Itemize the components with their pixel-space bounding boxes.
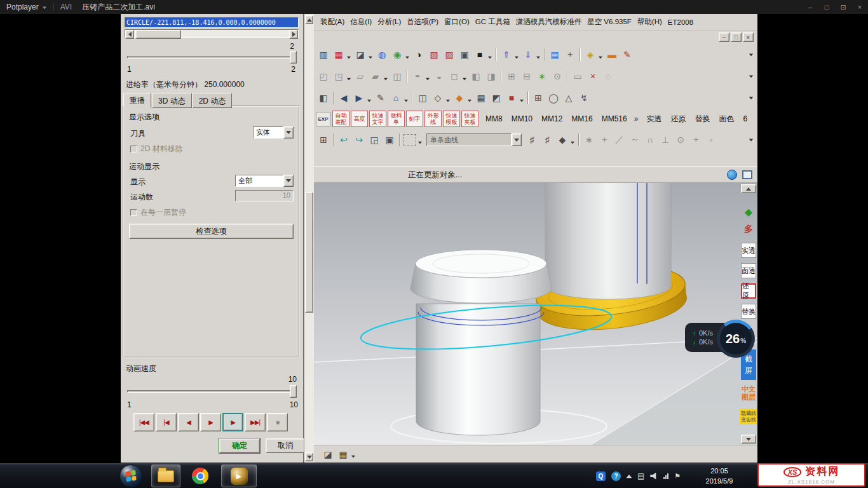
step-back-button[interactable]: |◀: [156, 413, 177, 431]
toolbar-icon[interactable]: ▬: [604, 48, 620, 62]
toolbar-icon[interactable]: ⊟: [519, 69, 534, 83]
chevron-down-icon[interactable]: [351, 456, 355, 458]
toolbar-icon[interactable]: ⌂: [388, 91, 403, 105]
scroll-thumb[interactable]: [135, 30, 181, 39]
toolbar-icon[interactable]: ↯: [576, 91, 592, 105]
tab-3d-dynamic[interactable]: 3D 动态: [152, 93, 192, 108]
stop-button[interactable]: ■: [267, 413, 288, 431]
scroll-up-button[interactable]: [741, 184, 756, 193]
selection-box-icon[interactable]: [403, 134, 416, 146]
scroll-thumb[interactable]: [305, 192, 313, 313]
toolbar-icon[interactable]: ▨: [442, 48, 457, 62]
menu-help[interactable]: 帮助(H): [637, 17, 662, 27]
snap-point-icon[interactable]: ⊥: [658, 133, 673, 147]
chevron-down-icon[interactable]: [283, 126, 294, 139]
toolbar-icon[interactable]: ▧: [426, 48, 442, 62]
face-color-button[interactable]: 面色: [714, 114, 738, 125]
forward-icon[interactable]: ▶: [351, 91, 367, 105]
position-slider-track[interactable]: [127, 56, 295, 58]
close-button[interactable]: ×: [743, 32, 754, 42]
mm8-button[interactable]: MM8: [482, 114, 506, 123]
toolbar-icon[interactable]: ◆: [452, 91, 467, 105]
toolbar-icon[interactable]: ▤: [547, 48, 562, 62]
toolbar-icon[interactable]: ◍: [374, 48, 390, 62]
menu-gc-toolbox[interactable]: GC 工具箱: [475, 17, 510, 27]
toolbar-icon[interactable]: ◇: [430, 91, 445, 105]
toolbar-icon[interactable]: ◨: [484, 69, 499, 83]
hidden-lines-button[interactable]: 隐藏线变齿线: [740, 409, 757, 424]
replace-button[interactable]: 替换: [741, 304, 756, 319]
snap-point-icon[interactable]: ＋: [688, 133, 703, 147]
dialog-vscrollbar[interactable]: [304, 14, 314, 463]
potplayer-menu[interactable]: Potplayer: [6, 3, 39, 11]
chevron-down-icon[interactable]: [512, 133, 522, 146]
view-cube-icon[interactable]: ◪: [320, 447, 336, 461]
action-center-flag-icon[interactable]: ⚑: [674, 472, 681, 480]
face-translucent-button[interactable]: 面透: [741, 263, 756, 278]
toolbar-icon[interactable]: ◰: [316, 69, 331, 83]
toolbar-icon[interactable]: ◆: [555, 133, 570, 147]
toolbar-icon[interactable]: ◲: [367, 133, 382, 147]
mm10-button[interactable]: MM10: [508, 114, 536, 123]
toolbar-icon[interactable]: ◉: [390, 48, 405, 62]
toolbar-icon[interactable]: ▦: [473, 91, 489, 105]
shaded-translucent-button[interactable]: 实透: [642, 114, 666, 125]
mm16-button[interactable]: MM16: [568, 114, 595, 123]
taskbar-explorer-button[interactable]: [151, 464, 180, 487]
shaded-translucent-button[interactable]: 实透: [741, 243, 756, 258]
exp-button[interactable]: EXP: [316, 112, 330, 126]
toolbar-icon[interactable]: ▣: [382, 133, 397, 147]
taskbar-clock[interactable]: 20:05 2019/5/9: [696, 466, 742, 486]
diamond-tool-icon[interactable]: ◆: [741, 205, 756, 219]
maximize-button[interactable]: □: [818, 3, 835, 11]
mm516-button[interactable]: MM516: [599, 114, 630, 123]
play-backward-button[interactable]: ◀: [178, 413, 199, 431]
toolbar-icon[interactable]: ▥: [316, 48, 331, 62]
undo-icon[interactable]: ↩: [336, 133, 351, 147]
toolbar-icon[interactable]: ∗: [534, 69, 550, 83]
restore-button[interactable]: 还原: [741, 283, 756, 299]
toolbar-icon[interactable]: ◒: [431, 69, 447, 83]
gcode-listbox[interactable]: CIRCLE/-221.811,-18.416,0.000,0.0000000: [125, 17, 299, 28]
toolbar-icon[interactable]: ♯: [524, 133, 539, 147]
toolbar-icon[interactable]: ◓: [410, 69, 425, 83]
menu-mold-standard-parts[interactable]: 潇洒模具汽模标准件: [516, 17, 582, 27]
toolbar-icon[interactable]: ◻: [447, 69, 462, 83]
toolbar-icon[interactable]: ▣: [457, 48, 472, 62]
chinese-layer-button[interactable]: 中文图层: [741, 385, 756, 402]
snap-point-icon[interactable]: ∩: [642, 133, 658, 147]
play-button[interactable]: ▶: [222, 413, 243, 431]
toolbar-icon[interactable]: ◫: [415, 91, 430, 105]
update-indicator-icon[interactable]: [727, 170, 737, 180]
gcode-line[interactable]: CIRCLE/-221.811,-18.416,0.000,0.0000000: [125, 18, 298, 27]
network-icon[interactable]: [663, 473, 668, 479]
position-slider-thumb[interactable]: [290, 51, 297, 64]
step-forward-button[interactable]: ▶: [200, 413, 221, 431]
scroll-down-button[interactable]: [305, 452, 313, 461]
toolbar-overflow-chevron[interactable]: »: [634, 114, 639, 123]
toolbar-icon[interactable]: ▱: [353, 69, 368, 83]
go-to-end-button[interactable]: ▶▶|: [245, 413, 266, 431]
toolbar-icon[interactable]: ◌: [600, 69, 616, 83]
redo-icon[interactable]: ↪: [351, 133, 367, 147]
quick-clamp-button[interactable]: 快速夹板: [461, 111, 478, 127]
restore-button[interactable]: 还原: [666, 114, 690, 125]
toolbar-icon[interactable]: ◪: [353, 48, 368, 62]
volume-icon[interactable]: [650, 473, 658, 480]
minimize-button[interactable]: –: [719, 32, 729, 42]
fullscreen-button[interactable]: ⊡: [835, 3, 851, 11]
snap-point-icon[interactable]: ＋: [597, 133, 612, 147]
snap-point-icon[interactable]: ～: [627, 133, 642, 147]
snap-point-icon[interactable]: ／: [612, 133, 627, 147]
cancel-button[interactable]: 取消: [266, 438, 305, 453]
menu-window[interactable]: 窗口(O): [444, 17, 470, 27]
toolbar-icon[interactable]: △: [561, 91, 576, 105]
toolbar-icon[interactable]: ■: [472, 48, 487, 62]
toolbar-icon[interactable]: ▦: [331, 48, 346, 62]
menu-assembly[interactable]: 装配(A): [320, 17, 344, 27]
snap-point-icon[interactable]: ∗: [581, 133, 597, 147]
toolbar-icon[interactable]: ◧: [316, 91, 331, 105]
close-button[interactable]: ×: [851, 3, 868, 11]
animation-speed-slider-thumb[interactable]: [290, 385, 297, 398]
toolbar-icon[interactable]: ◫: [390, 69, 405, 83]
